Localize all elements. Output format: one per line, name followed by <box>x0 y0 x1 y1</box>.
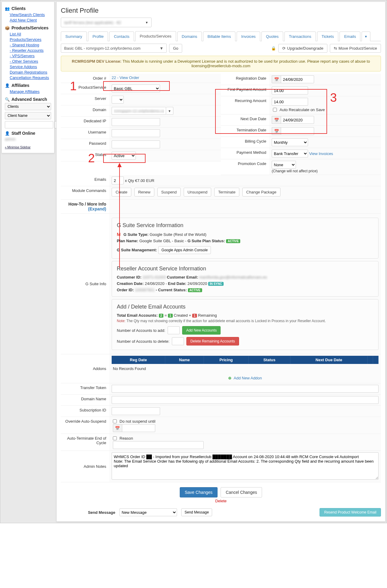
emails-qty-input[interactable] <box>112 177 124 184</box>
sidebar-link-reseller-accounts[interactable]: - Reseller Accounts <box>10 48 51 53</box>
gsuite-panel-title: G Suite Service Information <box>117 222 373 229</box>
tab-invoices[interactable]: Invoices <box>237 31 260 41</box>
cmd-unsuspend[interactable]: Unsuspend <box>184 188 212 197</box>
tab-billable[interactable]: Billable Items <box>203 31 235 41</box>
auto-recalc-checkbox[interactable] <box>273 108 277 112</box>
cmd-create[interactable]: Create <box>112 188 131 197</box>
label-server: Server <box>61 94 109 105</box>
tab-domains[interactable]: Domains <box>177 31 202 41</box>
advsearch-type-select[interactable]: Clients <box>5 103 51 110</box>
send-message-select[interactable]: New Message <box>120 508 177 516</box>
label-override-autosuspend: Override Auto-Suspend <box>61 417 109 434</box>
advsearch-field-select[interactable]: Client Name <box>5 112 51 119</box>
client-selector-label: tariff ferrara (test applicable) - €2 <box>64 20 121 25</box>
label-product: Product/Service <box>61 83 109 94</box>
sidebar-link-vps[interactable]: - VPS/Servers <box>10 53 51 59</box>
add-new-addon-link[interactable]: Add New Addon <box>234 376 262 380</box>
addons-th-regdate[interactable]: Reg Date <box>112 356 165 364</box>
add-delete-title: Add / Delete Email Accounts <box>117 304 373 310</box>
addons-th-status[interactable]: Status <box>248 356 290 364</box>
auto-terminate-checkbox[interactable] <box>113 436 117 440</box>
payment-method-select[interactable]: Bank Transfer <box>272 150 308 157</box>
subscription-id-input[interactable] <box>112 407 160 415</box>
label-order: Order # <box>61 74 109 83</box>
reg-date-input[interactable] <box>281 75 314 83</box>
cmd-renew[interactable]: Renew <box>134 188 154 197</box>
promo-note: (Change will not affect price) <box>272 169 318 173</box>
tab-summary[interactable]: Summary <box>61 31 87 41</box>
auto-terminate-reason-input[interactable] <box>113 441 204 449</box>
advsearch-input[interactable] <box>5 121 53 128</box>
delete-accounts-input[interactable] <box>172 337 184 345</box>
save-button[interactable]: Save Changes <box>180 487 218 497</box>
addons-th-pricing[interactable]: Pricing <box>204 356 248 364</box>
addons-th-name[interactable]: Name <box>165 356 204 364</box>
cancel-button[interactable]: Cancel Changes <box>221 487 262 497</box>
minimise-sidebar-link[interactable]: « Minimise Sidebar <box>5 146 31 149</box>
cmd-suspend[interactable]: Suspend <box>157 188 181 197</box>
sidebar-link-cancellation[interactable]: Cancellation Requests <box>10 75 51 81</box>
termination-input[interactable] <box>281 127 314 135</box>
move-button[interactable]: ⇆Move Product/Service <box>330 44 381 53</box>
tab-tickets[interactable]: Tickets <box>317 31 339 41</box>
sidebar-link-view-clients[interactable]: View/Search Clients <box>10 12 51 18</box>
status-badge: ACTIVE <box>226 239 240 243</box>
label-username: Username <box>61 128 109 139</box>
add-accounts-input[interactable] <box>168 326 180 334</box>
go-button[interactable]: Go <box>169 44 182 53</box>
expand-link[interactable]: (Expand) <box>88 206 106 211</box>
tab-profile[interactable]: Profile <box>88 31 108 41</box>
label-termination: Termination Date <box>221 126 269 137</box>
upgrade-button[interactable]: ⟳Upgrade/Downgrade <box>278 44 327 53</box>
tab-quotes[interactable]: Quotes <box>261 31 283 41</box>
status-select[interactable]: Active <box>112 152 136 160</box>
sidebar-link-shared-hosting[interactable]: - Shared Hosting <box>10 42 51 48</box>
tab-more[interactable]: ▾ <box>362 31 370 41</box>
username-input[interactable] <box>112 129 160 137</box>
add-accounts-button[interactable]: Add New Accounts <box>182 326 221 335</box>
label-gsuite-info: G Suite Info <box>61 214 109 354</box>
send-message-button[interactable]: Send Message <box>181 508 212 516</box>
admin-notes-textarea[interactable] <box>112 452 379 480</box>
tab-contacts[interactable]: Contacts <box>109 31 134 41</box>
sidebar-link-domain-reg[interactable]: Domain Registrations <box>10 70 51 75</box>
sidebar-link-add-client[interactable]: Add New Client <box>10 18 51 23</box>
promotion-select[interactable]: None <box>272 161 296 169</box>
sidebar-link-other-services[interactable]: - Other Services <box>10 59 51 64</box>
password-input[interactable] <box>112 140 160 148</box>
delete-link[interactable]: Delete <box>215 499 227 503</box>
tab-transactions[interactable]: Transactions <box>284 31 316 41</box>
domain-dropdown-toggle[interactable]: ▾ <box>166 107 173 115</box>
sidebar-link-service-addons[interactable]: Service Addons <box>10 64 51 70</box>
calendar-icon: 📅 <box>272 75 281 83</box>
tab-products[interactable]: Products/Services <box>135 31 176 41</box>
product-select[interactable]: Basic GBL <box>112 84 160 92</box>
transfer-token-input[interactable] <box>112 385 379 393</box>
tabs: Summary Profile Contacts Products/Servic… <box>61 31 381 41</box>
order-link[interactable]: 22 - View Order <box>112 75 139 80</box>
view-invoices-link[interactable]: View Invoices <box>309 151 333 156</box>
admin-console-button[interactable]: Google Apps Admin Console <box>158 246 211 254</box>
sidebar-link-manage-affiliates[interactable]: Manage Affiliates <box>10 89 51 94</box>
resend-welcome-button[interactable]: Resend Product Welcome Email <box>320 508 381 517</box>
override-date-input[interactable] <box>122 424 155 432</box>
delete-accounts-button[interactable]: Delete Remaining Accounts <box>186 337 239 345</box>
first-payment-input[interactable] <box>272 87 308 94</box>
addons-th-nextdue[interactable]: Next Due Date <box>290 356 367 364</box>
label-send-message: Send Message <box>61 510 115 515</box>
tab-emails[interactable]: Emails <box>339 31 360 41</box>
recurring-input[interactable] <box>272 98 308 106</box>
override-autosuspend-checkbox[interactable] <box>113 419 117 423</box>
domain-name-input[interactable] <box>112 396 379 404</box>
sidebar-link-list-products[interactable]: List All Products/Services <box>10 31 51 42</box>
label-emails: Emails <box>61 175 109 186</box>
client-selector[interactable]: tariff ferrara (test applicable) - €2 ▼ <box>61 18 152 27</box>
dedicated-ip-input[interactable] <box>112 118 160 126</box>
billing-cycle-select[interactable]: Monthly <box>272 138 308 146</box>
next-due-input[interactable] <box>281 116 314 124</box>
cmd-change-package[interactable]: Change Package <box>242 188 280 197</box>
server-select[interactable] <box>112 96 124 104</box>
cmd-terminate[interactable]: Terminate <box>214 188 239 197</box>
domain-input[interactable] <box>112 107 166 115</box>
product-selector[interactable]: Basic GBL - rcmrgspm-12.onlyfordemo.com … <box>61 44 167 53</box>
